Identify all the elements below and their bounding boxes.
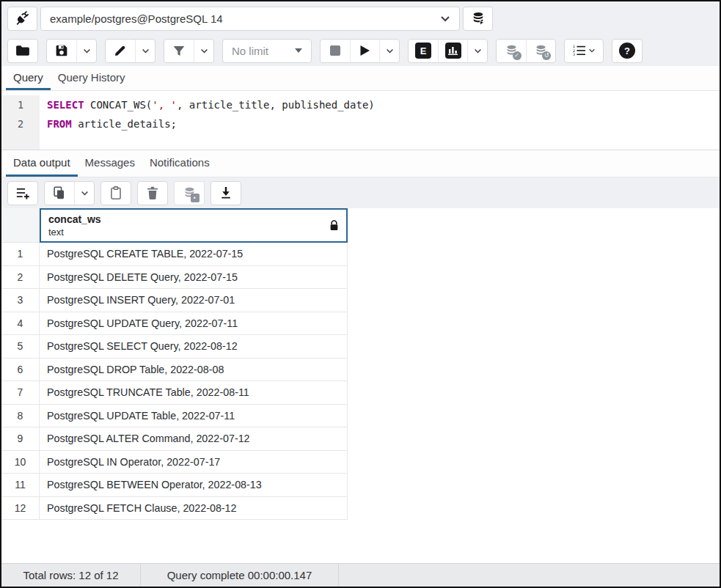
save-button[interactable] [47, 40, 76, 62]
save-data-changes-button[interactable]: ▪ [175, 182, 204, 205]
connection-status-button[interactable] [7, 7, 37, 31]
table-row: 9PostgreSQL ALTER Command, 2022-07-12 [1, 427, 348, 451]
edit-dropdown-button[interactable] [135, 40, 155, 62]
table-row: 7PostgreSQL TRUNCATE Table, 2022-08-11 [1, 381, 348, 405]
table-row: 3PostgreSQL INSERT Query, 2022-07-01 [1, 289, 348, 312]
row-limit-value: No limit [232, 45, 268, 57]
cell-value[interactable]: PostgreSQL DROP Table, 2022-08-08 [40, 359, 348, 382]
result-grid: concat_ws text 1PostgreSQL CREATE TABLE,… [1, 208, 720, 563]
tab-messages[interactable]: Messages [78, 150, 142, 177]
help-button[interactable]: ? [612, 40, 642, 62]
select-all-corner[interactable] [1, 208, 40, 243]
result-rows: 1PostgreSQL CREATE TABLE, 2022-07-152Pos… [1, 243, 348, 520]
row-limit-select[interactable]: No limit [222, 39, 312, 63]
rollback-button[interactable]: ↺ [526, 40, 555, 62]
cell-value[interactable]: PostgreSQL UPDATE Query, 2022-07-11 [40, 312, 348, 336]
cell-value[interactable]: PostgreSQL TRUNCATE Table, 2022-08-11 [40, 381, 348, 405]
copy-button[interactable] [45, 182, 74, 205]
tab-notifications[interactable]: Notifications [142, 150, 217, 177]
filter-dropdown-button[interactable] [194, 40, 213, 62]
tab-query[interactable]: Query [6, 66, 51, 90]
cell-value[interactable]: PostgreSQL IN Operator, 2022-07-17 [40, 451, 348, 474]
main-toolbar: No limit E [1, 35, 720, 66]
chevron-down-icon [588, 48, 596, 53]
sql-editor[interactable]: 1SELECT CONCAT_WS(', ', article_title, p… [1, 91, 720, 150]
add-row-button[interactable] [8, 182, 37, 205]
row-number[interactable]: 7 [1, 381, 40, 405]
chevron-down-icon [142, 48, 150, 54]
code-text: SELECT CONCAT_WS(', ', article_title, pu… [40, 95, 375, 114]
svg-text:2: 2 [573, 49, 575, 53]
output-tabs: Data output Messages Notifications [1, 150, 720, 177]
cell-value[interactable]: PostgreSQL UPDATE Table, 2022-07-11 [40, 405, 348, 428]
table-row: 10PostgreSQL IN Operator, 2022-07-17 [1, 451, 348, 474]
status-total-rows: Total rows: 12 of 12 [1, 564, 141, 587]
new-connection-button[interactable] [463, 7, 493, 31]
row-number[interactable]: 1 [1, 243, 40, 266]
row-number[interactable]: 2 [1, 266, 40, 290]
explain-button[interactable]: E [409, 40, 438, 62]
ordered-list-icon: 123 [573, 45, 586, 56]
delete-row-button[interactable] [138, 182, 167, 205]
status-bar: Total rows: 12 of 12 Query complete 00:0… [1, 563, 720, 587]
code-line[interactable]: 2FROM article_details; [1, 114, 720, 133]
explain-analyze-button[interactable] [438, 40, 467, 62]
edit-button[interactable] [106, 40, 135, 62]
column-type: text [48, 227, 101, 238]
cell-value[interactable]: PostgreSQL ALTER Command, 2022-07-12 [40, 427, 348, 451]
cell-value[interactable]: PostgreSQL SELECT Query, 2022-08-12 [40, 335, 348, 359]
code-lines: 1SELECT CONCAT_WS(', ', article_title, p… [1, 95, 720, 133]
cell-value[interactable]: PostgreSQL FETCH Clause, 2022-08-12 [40, 497, 348, 521]
explain-dropdown-button[interactable] [467, 40, 487, 62]
table-row: 1PostgreSQL CREATE TABLE, 2022-07-15 [1, 243, 348, 266]
chevron-down-icon [386, 48, 394, 54]
code-line[interactable]: 1SELECT CONCAT_WS(', ', article_title, p… [1, 95, 720, 114]
undo-badge: ↺ [542, 51, 551, 60]
cell-value[interactable]: PostgreSQL INSERT Query, 2022-07-01 [40, 289, 348, 312]
row-number[interactable]: 10 [1, 451, 40, 474]
row-number[interactable]: 11 [1, 474, 40, 497]
save-dropdown-button[interactable] [76, 40, 96, 62]
row-number[interactable]: 8 [1, 405, 40, 428]
padlock-icon [329, 220, 339, 231]
row-number[interactable]: 3 [1, 289, 40, 312]
column-header-concat-ws[interactable]: concat_ws text [40, 208, 348, 243]
macros-button[interactable]: 123 [565, 40, 603, 62]
svg-text:1: 1 [573, 45, 575, 48]
pages-icon [53, 186, 66, 200]
stop-square-icon [330, 45, 340, 56]
editor-fill [1, 133, 720, 150]
filter-button[interactable] [164, 40, 194, 62]
cell-value[interactable]: PostgreSQL BETWEEN Operator, 2022-08-13 [40, 474, 348, 497]
row-number[interactable]: 6 [1, 359, 40, 382]
plug-icon [15, 10, 31, 26]
execute-button[interactable] [350, 40, 379, 62]
tab-query-history[interactable]: Query History [51, 66, 133, 90]
connection-bar: example/postgres@PostgreSQL 14 [1, 1, 720, 35]
cell-value[interactable]: PostgreSQL DELETE Query, 2022-07-15 [40, 266, 348, 290]
row-number[interactable]: 4 [1, 312, 40, 336]
disk-badge: ▪ [191, 194, 200, 202]
table-row: 12PostgreSQL FETCH Clause, 2022-08-12 [1, 497, 348, 521]
row-number[interactable]: 12 [1, 497, 40, 521]
open-file-button[interactable] [8, 40, 37, 62]
lines-plus-icon [16, 186, 30, 199]
tab-data-output[interactable]: Data output [6, 150, 78, 177]
table-row: 11PostgreSQL BETWEEN Operator, 2022-08-1… [1, 474, 348, 497]
connection-select[interactable]: example/postgres@PostgreSQL 14 [40, 7, 460, 31]
stop-button[interactable] [321, 40, 350, 62]
line-number: 1 [1, 95, 40, 114]
row-number[interactable]: 5 [1, 335, 40, 359]
row-number[interactable]: 9 [1, 427, 40, 451]
paste-button[interactable] [101, 182, 131, 205]
cell-value[interactable]: PostgreSQL CREATE TABLE, 2022-07-15 [40, 243, 348, 266]
commit-button[interactable]: ✓ [497, 40, 526, 62]
copy-dropdown-button[interactable] [74, 182, 94, 205]
download-icon [220, 186, 232, 199]
code-text: FROM article_details; [40, 114, 177, 133]
floppy-icon [55, 44, 68, 57]
bar-chart-icon [445, 43, 461, 59]
download-button[interactable] [211, 182, 241, 205]
chevron-down-icon [474, 48, 482, 54]
execute-dropdown-button[interactable] [379, 40, 399, 62]
